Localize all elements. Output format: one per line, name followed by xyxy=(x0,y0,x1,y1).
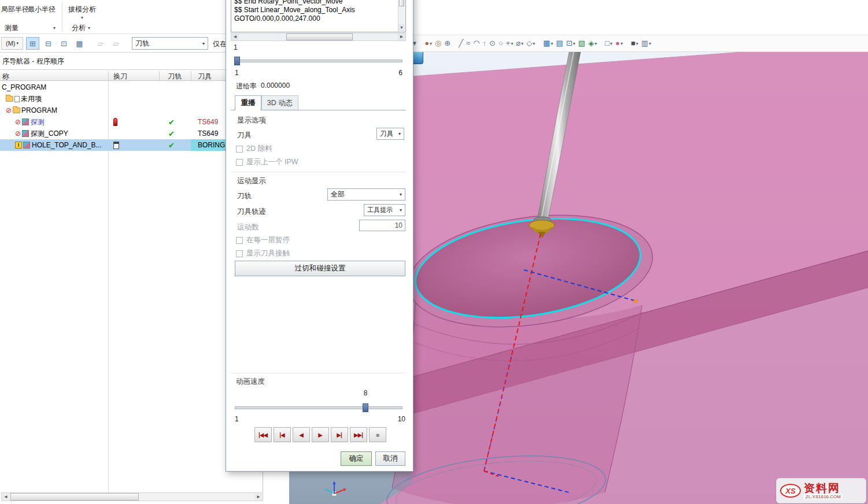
scrollbar-thumb[interactable] xyxy=(286,34,353,40)
min-radius-button[interactable]: 最小半径 xyxy=(28,5,56,14)
circle-tool-icon[interactable]: ○ xyxy=(498,36,504,50)
filter-icon-1[interactable]: ⊞ xyxy=(26,37,39,50)
tag-icon[interactable]: ◈▾ xyxy=(588,36,597,50)
analysis-caret-icon[interactable]: ▾ xyxy=(88,25,90,31)
tool-display-combo[interactable]: 刀具 ▾ xyxy=(376,128,404,140)
draft-analysis-button[interactable]: 拔模分析 xyxy=(68,5,96,14)
speed-slider-thumb[interactable] xyxy=(363,403,368,412)
feedrate-label: 进给率 xyxy=(236,81,257,91)
spreadsheet-icon[interactable]: ▤ xyxy=(556,36,564,50)
scroll-right-icon[interactable]: ► xyxy=(254,493,263,501)
nc-code-line[interactable]: $$ Start Linear_Move_along_Tool_Axis xyxy=(234,6,396,14)
tree-row-probe-copy[interactable]: ⊘ 探测_COPY ✔ TS649 xyxy=(0,128,263,139)
play-forward-button[interactable]: ▶ xyxy=(312,427,329,442)
play-backward-button[interactable]: ◀ xyxy=(293,427,310,442)
gray-tool-icon-2[interactable]: ▱ xyxy=(109,37,123,50)
scroll-left-icon[interactable]: ◄ xyxy=(231,34,239,40)
tab-replay[interactable]: 重播 xyxy=(235,95,261,110)
code-horizontal-scrollbar[interactable]: ◄ ► xyxy=(231,33,406,41)
analysis-button[interactable]: 分析 xyxy=(72,23,86,33)
crosshair-icon: ⊕ xyxy=(444,36,450,50)
menu-button[interactable]: (M) ▾ xyxy=(1,37,23,50)
tree-row-hole-top[interactable]: ! HOLE_TOP_AND_B... ✔ BORING xyxy=(0,139,263,151)
schedule-icon[interactable]: ⊡▾ xyxy=(566,36,576,50)
column-toolchange[interactable]: 换刀 xyxy=(113,72,127,81)
torus-display-icon[interactable]: ◎ xyxy=(434,36,442,50)
go-to-start-button[interactable]: |◀◀ xyxy=(254,427,272,442)
checkbox-2d-material-removal[interactable]: 2D 除料 xyxy=(236,144,272,154)
spline-tool-icon[interactable]: ≈ xyxy=(466,36,471,50)
go-to-end-button[interactable]: ▶▶| xyxy=(350,427,367,442)
tree-row-unused[interactable]: 未用项 xyxy=(0,93,263,105)
plus-tool-icon[interactable]: +▾ xyxy=(505,36,514,50)
point-tool-icon[interactable]: ⊙ xyxy=(489,36,496,50)
application-window: ≡▾●▾◎⊕╱≈◠↑⊙○+▾⌀▾◇▾▦▾▤⊡▾▧◈▾□▾●▾■▾▥▾ XS 资料… xyxy=(0,0,868,504)
speed-max-label: 10 xyxy=(388,415,405,423)
document-icon xyxy=(14,96,20,102)
arrow-tool-icon[interactable]: ↑ xyxy=(482,36,487,50)
cancel-button[interactable]: 取消 xyxy=(375,451,405,466)
measure-caret-icon[interactable]: ▾ xyxy=(53,25,56,31)
motion-count-input[interactable]: 10 xyxy=(359,220,405,231)
tool-display-label: 刀具 xyxy=(237,131,252,140)
viewport-toolbar-icons: ≡▾●▾◎⊕╱≈◠↑⊙○+▾⌀▾◇▾▦▾▤⊡▾▧◈▾□▾●▾■▾▥▾ xyxy=(405,36,652,50)
speed-slider-track[interactable] xyxy=(235,406,402,409)
filter-icon-4[interactable]: ▦ xyxy=(73,37,86,50)
progress-slider-thumb[interactable] xyxy=(234,57,240,65)
trajectory-label: 刀具轨迹 xyxy=(237,207,266,217)
diameter-tool-icon[interactable]: ⌀▾ xyxy=(515,36,524,50)
checkbox-show-tool-contact[interactable]: 显示刀具接触 xyxy=(236,249,290,258)
tab-3d-dynamic[interactable]: 3D 动态 xyxy=(261,95,298,110)
tree-row-nc-program[interactable]: C_PROGRAM xyxy=(0,81,263,93)
tool-name: TS649 xyxy=(198,118,218,126)
arc-tool-icon[interactable]: ◠ xyxy=(472,36,480,50)
step-forward-button[interactable]: ▶| xyxy=(331,427,348,442)
stop-button[interactable]: ■ xyxy=(369,427,386,442)
nc-code-line[interactable]: GOTO/0.000,0.000,247.000 xyxy=(234,14,396,23)
path-display-combo[interactable]: 全部 ▾ xyxy=(327,188,405,201)
scroll-left-icon[interactable]: ◄ xyxy=(2,493,10,501)
diameter-tool-icon: ⌀ xyxy=(516,36,520,50)
feedrate-value: 0.000000 xyxy=(261,81,290,90)
column-name[interactable]: 称 xyxy=(2,72,9,81)
filter-icon-2[interactable]: ⊟ xyxy=(42,37,55,50)
tree-row-probe[interactable]: ⊘ 探测 ✔ TS649 xyxy=(0,116,263,128)
cube-view-icon[interactable]: ■▾ xyxy=(630,36,639,50)
step-back-button[interactable]: |◀ xyxy=(274,427,291,442)
scroll-right-icon[interactable]: ► xyxy=(398,34,405,40)
gouge-collision-settings-button[interactable]: 过切和碰撞设置 xyxy=(235,261,405,276)
tree-horizontal-scrollbar[interactable]: ◄ ► xyxy=(1,492,263,501)
nc-code-list[interactable]: ▼ $$ End Rotary_Point_Vector_Move$$ Star… xyxy=(231,0,406,32)
tree-row-program[interactable]: ⊘ PROGRAM xyxy=(0,105,263,116)
trajectory-combo-value: 工具提示 xyxy=(364,206,397,214)
table-icon[interactable]: ▦▾ xyxy=(542,36,553,50)
measure-button[interactable]: 测量 xyxy=(5,23,19,33)
scrollbar-thumb[interactable] xyxy=(399,0,404,6)
ok-button[interactable]: 确定 xyxy=(341,451,372,466)
sketch-tool-icon[interactable]: ◇▾ xyxy=(526,36,535,50)
scroll-down-icon[interactable]: ▼ xyxy=(398,24,405,31)
column-path[interactable]: 刀轨 xyxy=(168,72,182,81)
checkbox-show-last-ipw[interactable]: 显示上一个 IPW xyxy=(236,157,298,167)
crosshair-icon[interactable]: ⊕ xyxy=(444,36,451,50)
local-radius-button[interactable]: 局部半径 xyxy=(1,5,29,14)
plus-tool-icon: + xyxy=(506,36,511,50)
speed-min-label: 1 xyxy=(235,415,239,423)
gray-tool-icon-1[interactable]: ▱ xyxy=(94,37,107,50)
notebook-icon[interactable]: ▥▾ xyxy=(641,36,652,50)
scrollbar-thumb[interactable] xyxy=(10,493,139,501)
layers-icon[interactable]: ▧ xyxy=(578,36,586,50)
checkbox-pause-each-level[interactable]: 在每一层暂停 xyxy=(236,235,290,245)
filter-icon-3[interactable]: ⊡ xyxy=(57,37,71,50)
column-tool[interactable]: 刀具 xyxy=(198,72,212,81)
nc-code-line[interactable]: $$ End Rotary_Point_Vector_Move xyxy=(234,0,396,6)
sphere-display-icon[interactable]: ●▾ xyxy=(424,36,433,50)
sphere-view-icon[interactable]: ●▾ xyxy=(615,36,623,50)
progress-slider-track[interactable] xyxy=(235,60,402,62)
draft-analysis-caret-icon[interactable]: ▾ xyxy=(81,15,83,20)
code-vertical-scrollbar[interactable]: ▼ xyxy=(398,0,405,31)
toolpath-combo[interactable]: 刀轨 ▾ xyxy=(132,37,208,50)
trajectory-combo[interactable]: 工具提示 ▾ xyxy=(364,204,405,216)
select-box-icon[interactable]: □▾ xyxy=(604,36,613,50)
line-tool-icon[interactable]: ╱ xyxy=(458,36,464,50)
